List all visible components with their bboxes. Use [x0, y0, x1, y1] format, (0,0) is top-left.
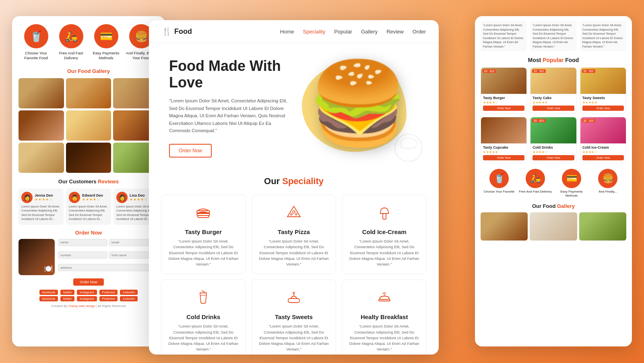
footer-facebook-2[interactable]: facebook — [39, 296, 58, 301]
right-step-3: 💳 Easy Payments Methods — [555, 169, 588, 198]
pop-badge-cake: $5 · $20 — [532, 69, 545, 73]
order-address-input[interactable] — [58, 264, 159, 271]
footer-pinterest-2[interactable]: Pinterest — [99, 296, 118, 301]
spec-name-breakfast: Healty Breakfast — [349, 313, 420, 320]
gallery-item-2 — [66, 78, 111, 108]
pop-stars-icecream: ★★★★☆ — [582, 150, 624, 154]
pop-stars-drinks: ★★★★☆ — [533, 150, 574, 154]
pop-card-sweets: $5 · $20 Tasty Sweets ★★★★★ Order Now — [580, 67, 626, 114]
reviews-section-left: Our Customers Reviews 👩 Jenna Deo ★★★★☆ … — [19, 178, 159, 225]
spec-card-drinks: Cold Drinks "Lorem Ipsum Dolor Sit Amet,… — [161, 280, 246, 355]
order-title-left: Order Now — [19, 230, 159, 236]
spec-name-icecream: Cold Ice-Cream — [349, 228, 420, 235]
speciality-grid: Tasty Burger "Lorem Ipsum Dolor Sit Amet… — [161, 195, 427, 355]
popular-heading: Most Popular Food — [481, 57, 626, 63]
breakfast-icon — [349, 288, 420, 309]
svg-point-8 — [295, 214, 297, 215]
order-submit-button[interactable]: Order Now — [73, 278, 104, 286]
spec-desc-breakfast: "Lorem Ipsum Dolor Sit Amet, Consectetur… — [349, 324, 420, 352]
gallery-item-1 — [19, 78, 64, 108]
pop-order-icecream[interactable]: Order Now — [582, 155, 624, 160]
footer-twitter[interactable]: twitter — [60, 290, 74, 295]
pop-card-cupcake: Tasty Cupcake ★★★★★ Order Now — [481, 117, 527, 163]
step-2-label: Free And Fast Delivery — [55, 51, 87, 61]
pop-order-drinks[interactable]: Order Now — [533, 155, 574, 160]
hero-section: Food Made With Love "Lorem Ipsum Dolor S… — [149, 43, 439, 168]
spec-name-drinks: Cold Drinks — [168, 313, 239, 320]
order-section-left: Order Now Order Now — [19, 230, 159, 286]
footer-facebook[interactable]: facebook — [39, 290, 58, 295]
pop-order-burger[interactable]: Order Now — [483, 106, 524, 111]
pop-name-icecream: Cold Ice-Cream — [582, 145, 624, 149]
nav-home[interactable]: Home — [280, 29, 294, 35]
right-step-1-label: Choose Your Favorite — [484, 190, 515, 194]
footer-linkedin[interactable]: LinkedIn — [120, 290, 138, 295]
order-form-area — [19, 239, 159, 275]
right-step-4: 🍔 And Finally... — [591, 169, 625, 198]
right-step-3-label: Easy Payments Methods — [555, 190, 588, 198]
spec-desc-pizza: "Lorem Ipsum Dolor Sit Amet, Consectetur… — [258, 239, 330, 267]
svg-point-7 — [291, 214, 292, 215]
blurb-1: "Lorem Ipsum Dolor Sit Amet, Consectetur… — [481, 21, 527, 51]
nav-speciality[interactable]: Speciality — [303, 29, 326, 35]
pop-order-cake[interactable]: Order now — [533, 106, 574, 111]
avatar-jenna: 👩 — [21, 192, 33, 203]
step-3: 💳 Easy Payments Methods — [90, 24, 122, 61]
order-fields — [58, 239, 159, 275]
gallery-item-8 — [66, 143, 111, 173]
pop-card-burger: $9 · $20 Tasty Burger ★★★★☆ Order Now — [481, 67, 527, 114]
pop-card-icecream: $5 · $20 Cold Ice-Cream ★★★★☆ Order Now — [580, 117, 626, 163]
navbar: 🍴 Food Home Speciality Popular Gallery R… — [149, 20, 439, 43]
hero-burger-image: 🍔 — [300, 51, 417, 156]
right-gallery-1 — [481, 212, 528, 241]
spec-name-burger: Tasty Burger — [168, 228, 239, 235]
footer-instagram-2[interactable]: instagram — [77, 296, 97, 301]
hero-order-button[interactable]: Order Now — [169, 144, 212, 158]
spec-card-breakfast: Healty Breakfast "Lorem Ipsum Dolor Sit … — [342, 280, 427, 355]
review-card-1: 👩 Jenna Deo ★★★★☆ Lorem Ipsum Dolor Sit … — [19, 189, 64, 225]
review-card-2: 👨 Edward Deo ★★★★☆ Lorem Ipsum Dolor Sit… — [66, 189, 111, 225]
nav-order[interactable]: Order — [413, 29, 426, 35]
svg-rect-5 — [198, 216, 209, 218]
pop-name-cake: Tasty Cake — [533, 96, 574, 100]
order-name-input[interactable] — [58, 239, 107, 246]
pop-badge-icecream: $5 · $20 — [582, 119, 595, 122]
order-number-input[interactable] — [58, 251, 107, 259]
pop-stars-cupcake: ★★★★★ — [483, 150, 524, 154]
pop-order-cupcake[interactable]: Order Now — [483, 155, 524, 160]
left-card: 🥤 Choose Your Favorite Food 🛵 Free And F… — [12, 16, 165, 346]
svg-rect-9 — [383, 214, 386, 219]
brand-logo: 🍴 Food — [162, 27, 192, 36]
right-step-1: 🥤 Choose Your Favorite — [482, 169, 516, 198]
pop-img-icecream: $5 · $20 — [580, 117, 626, 143]
gallery-grid-right — [481, 212, 626, 241]
footer-credit: Created By Classy web design | All Right… — [51, 304, 126, 308]
speciality-heading: Our Speciality — [161, 176, 427, 187]
steps-row-left: 🥤 Choose Your Favorite Food 🛵 Free And F… — [19, 24, 159, 61]
spec-card-burger: Tasty Burger "Lorem Ipsum Dolor Sit Amet… — [161, 195, 246, 274]
footer-pinterest[interactable]: Pinterest — [99, 290, 118, 295]
right-step-2-label: Free And Fast Delivery — [519, 190, 551, 194]
spec-card-pizza: Tasty Pizza "Lorem Ipsum Dolor Sit Amet,… — [252, 195, 336, 274]
icecream-icon — [349, 203, 420, 224]
nav-gallery[interactable]: Gallery — [361, 29, 378, 35]
pop-stars-sweets: ★★★★★ — [582, 101, 624, 104]
footer-instagram[interactable]: instagram — [77, 290, 97, 295]
pop-img-sweets: $5 · $20 — [580, 68, 626, 94]
sweets-icon — [258, 288, 330, 309]
right-gallery-3 — [579, 212, 626, 241]
footer-row-1: facebook twitter instagram Pinterest Lin… — [39, 290, 138, 295]
right-step-4-icon: 🍔 — [598, 169, 617, 188]
pop-order-sweets[interactable]: Order Now — [582, 106, 624, 111]
nav-review[interactable]: Review — [386, 29, 404, 35]
hero-text: Food Made With Love "Lorem Ipsum Dolor S… — [169, 58, 298, 158]
right-card: "Lorem Ipsum Dolor Sit Amet, Consectetur… — [475, 16, 632, 346]
pop-card-cake: $5 · $20 Tasty Cake ★★★★★ Order now — [530, 67, 576, 114]
footer-twitter-2[interactable]: twitter — [60, 296, 74, 301]
spec-card-sweets: Tasty Sweets "Lorem Ipsum Dolor Sit Amet… — [252, 280, 336, 355]
center-card: 🍴 Food Home Speciality Popular Gallery R… — [149, 20, 439, 355]
avatar-lisa: 👩 — [116, 192, 128, 203]
nav-popular[interactable]: Popular — [334, 29, 352, 35]
right-step-1-icon: 🥤 — [489, 169, 509, 188]
footer-linkedin-2[interactable]: LinkedIn — [120, 296, 138, 301]
